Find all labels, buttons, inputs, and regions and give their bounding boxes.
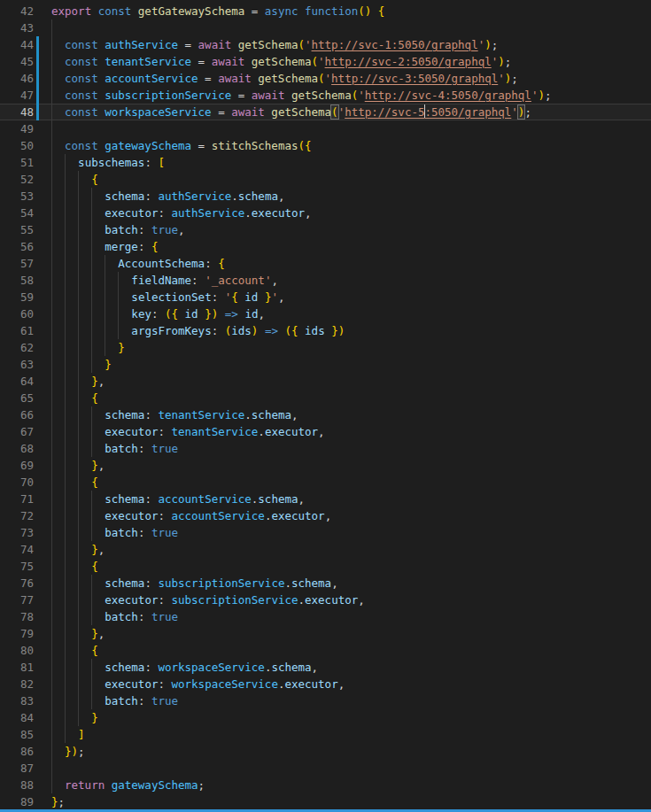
code-line[interactable]: 65{ xyxy=(0,390,651,406)
line-number[interactable]: 72 xyxy=(0,507,34,524)
code-line[interactable]: 48const workspaceService = await getSche… xyxy=(0,104,651,120)
line-number[interactable]: 49 xyxy=(0,120,34,137)
code-line[interactable]: 87 xyxy=(0,760,651,777)
code-line[interactable]: 59selectionSet: '{ id }', xyxy=(0,289,651,305)
code-line[interactable]: 88return gatewaySchema; xyxy=(0,777,651,793)
line-number[interactable]: 70 xyxy=(0,474,34,491)
code-line[interactable]: 61argsFromKeys: (ids) => ({ ids }) xyxy=(0,322,651,339)
line-number[interactable]: 80 xyxy=(0,642,34,659)
line-number[interactable]: 47 xyxy=(0,87,34,104)
line-number[interactable]: 44 xyxy=(0,36,34,53)
code-line[interactable]: 57AccountSchema: { xyxy=(0,255,651,272)
code-line[interactable]: 89}; xyxy=(0,793,651,810)
code-line[interactable]: 42export const getGatewaySchema = async … xyxy=(0,3,651,19)
line-number[interactable]: 74 xyxy=(0,541,34,558)
line-number[interactable]: 64 xyxy=(0,373,34,390)
code-line[interactable]: 76schema: subscriptionService.schema, xyxy=(0,575,651,592)
code-text: }; xyxy=(51,793,651,810)
code-line[interactable]: 82executor: workspaceService.executor, xyxy=(0,676,651,692)
line-number[interactable]: 51 xyxy=(0,154,34,171)
code-text: batch: true xyxy=(51,440,651,457)
line-number[interactable]: 86 xyxy=(0,743,34,760)
code-text: } xyxy=(51,709,651,726)
line-number[interactable]: 45 xyxy=(0,53,34,70)
code-line[interactable]: 44const authService = await getSchema('h… xyxy=(0,36,651,53)
code-line[interactable]: 51subschemas: [ xyxy=(0,154,651,171)
code-line[interactable]: 43 xyxy=(0,19,651,36)
line-number[interactable]: 73 xyxy=(0,524,34,541)
code-line[interactable]: 50const gatewaySchema = stitchSchemas({ xyxy=(0,137,651,154)
line-number[interactable]: 58 xyxy=(0,272,34,289)
line-number[interactable]: 67 xyxy=(0,423,34,440)
line-number[interactable]: 88 xyxy=(0,777,34,793)
line-number[interactable]: 77 xyxy=(0,592,34,608)
code-line[interactable]: 52{ xyxy=(0,171,651,188)
code-line[interactable]: 73batch: true xyxy=(0,524,651,541)
line-number[interactable]: 81 xyxy=(0,659,34,676)
code-line[interactable]: 46const accountService = await getSchema… xyxy=(0,70,651,87)
code-line[interactable]: 58fieldName: '_account', xyxy=(0,272,651,289)
code-line[interactable]: 60key: ({ id }) => id, xyxy=(0,305,651,322)
code-line[interactable]: 75{ xyxy=(0,558,651,575)
code-line[interactable]: 66schema: tenantService.schema, xyxy=(0,406,651,423)
code-line[interactable]: 77executor: subscriptionService.executor… xyxy=(0,592,651,608)
code-line[interactable]: 72executor: accountService.executor, xyxy=(0,507,651,524)
code-line[interactable]: 71schema: accountService.schema, xyxy=(0,491,651,507)
code-line[interactable]: 63} xyxy=(0,356,651,373)
code-line[interactable]: 80{ xyxy=(0,642,651,659)
line-number[interactable]: 65 xyxy=(0,390,34,406)
line-number[interactable]: 52 xyxy=(0,171,34,188)
line-number[interactable]: 71 xyxy=(0,491,34,507)
code-text: selectionSet: '{ id }', xyxy=(51,289,651,305)
code-line[interactable]: 74}, xyxy=(0,541,651,558)
code-line[interactable]: 84} xyxy=(0,709,651,726)
code-line[interactable]: 86}); xyxy=(0,743,651,760)
code-line[interactable]: 68batch: true xyxy=(0,440,651,457)
code-line[interactable]: 85] xyxy=(0,726,651,743)
code-line[interactable]: 49 xyxy=(0,120,651,137)
line-number[interactable]: 61 xyxy=(0,322,34,339)
code-line[interactable]: 67executor: tenantService.executor, xyxy=(0,423,651,440)
line-number[interactable]: 43 xyxy=(0,19,34,36)
code-line[interactable]: 78batch: true xyxy=(0,608,651,625)
code-line[interactable]: 62} xyxy=(0,339,651,356)
line-number[interactable]: 76 xyxy=(0,575,34,592)
line-number[interactable]: 56 xyxy=(0,238,34,255)
line-number[interactable]: 57 xyxy=(0,255,34,272)
line-number[interactable]: 46 xyxy=(0,70,34,87)
line-number[interactable]: 82 xyxy=(0,676,34,692)
line-number[interactable]: 75 xyxy=(0,558,34,575)
line-number[interactable]: 84 xyxy=(0,709,34,726)
line-number[interactable]: 83 xyxy=(0,692,34,709)
code-line[interactable]: 55batch: true, xyxy=(0,221,651,238)
line-number[interactable]: 50 xyxy=(0,137,34,154)
line-number[interactable]: 85 xyxy=(0,726,34,743)
line-number[interactable]: 59 xyxy=(0,289,34,305)
code-line[interactable]: 56merge: { xyxy=(0,238,651,255)
line-number[interactable]: 79 xyxy=(0,625,34,642)
line-number[interactable]: 62 xyxy=(0,339,34,356)
code-line[interactable]: 70{ xyxy=(0,474,651,491)
line-number[interactable]: 87 xyxy=(0,760,34,777)
line-number[interactable]: 78 xyxy=(0,608,34,625)
code-line[interactable]: 54executor: authService.executor, xyxy=(0,205,651,221)
line-number[interactable]: 63 xyxy=(0,356,34,373)
line-number[interactable]: 69 xyxy=(0,457,34,474)
line-number[interactable]: 53 xyxy=(0,188,34,205)
line-number[interactable]: 48 xyxy=(0,104,34,120)
code-line[interactable]: 79}, xyxy=(0,625,651,642)
line-number[interactable]: 42 xyxy=(0,3,34,19)
code-line[interactable]: 45const tenantService = await getSchema(… xyxy=(0,53,651,70)
line-number[interactable]: 55 xyxy=(0,221,34,238)
line-number[interactable]: 60 xyxy=(0,305,34,322)
code-line[interactable]: 47const subscriptionService = await getS… xyxy=(0,87,651,104)
code-line[interactable]: 53schema: authService.schema, xyxy=(0,188,651,205)
line-number[interactable]: 89 xyxy=(0,793,34,810)
code-line[interactable]: 64}, xyxy=(0,373,651,390)
line-number[interactable]: 66 xyxy=(0,406,34,423)
code-line[interactable]: 83batch: true xyxy=(0,692,651,709)
code-line[interactable]: 69}, xyxy=(0,457,651,474)
line-number[interactable]: 54 xyxy=(0,205,34,221)
line-number[interactable]: 68 xyxy=(0,440,34,457)
code-line[interactable]: 81schema: workspaceService.schema, xyxy=(0,659,651,676)
